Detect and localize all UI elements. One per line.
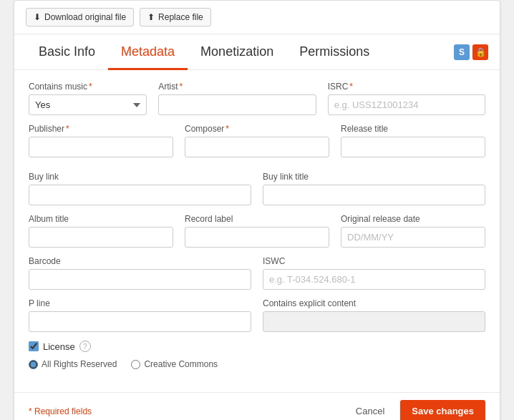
artist-input[interactable] [158,94,316,115]
release-title-label: Release title [341,124,485,134]
group-publisher: Publisher* [29,124,173,157]
barcode-input[interactable] [29,269,251,290]
contains-music-label: Contains music* [29,82,147,92]
creative-commons-label: Creative Commons [144,359,218,369]
buy-link-label: Buy link [29,172,251,182]
publisher-input[interactable] [29,137,173,157]
top-bar: ⬇ Download original file ⬆ Replace file [14,1,500,34]
buy-link-title-label: Buy link title [263,172,485,182]
group-album-title: Album title [29,214,173,248]
tab-monetization[interactable]: Monetization [188,34,286,70]
form-row-3: Buy link Buy link title Buy [29,172,485,205]
form-row-4: Album title Record label Original releas… [29,214,485,248]
original-release-date-label: Original release date [341,214,485,224]
group-p-line: P line [29,298,251,332]
album-title-input[interactable] [29,227,173,248]
tab-permissions[interactable]: Permissions [286,34,382,70]
composer-label: Composer* [185,124,329,134]
contains-music-select[interactable]: Yes No [29,94,147,115]
download-label: Download original file [44,12,126,22]
replace-icon: ⬆ [147,12,155,22]
isrc-input[interactable] [328,94,485,115]
download-button[interactable]: ⬇ Download original file [26,8,134,26]
footer-actions: Cancel Save changes [347,400,485,420]
p-line-input[interactable] [29,311,251,332]
group-original-release-date: Original release date [341,214,485,248]
all-rights-radio[interactable] [29,360,38,369]
form-body: Contains music* Yes No Artist* ISRC* [14,70,500,392]
artist-label: Artist* [158,82,316,92]
tab-badges: S 🔒 [454,44,488,60]
iswc-label: ISWC [263,256,485,266]
composer-input[interactable] [185,137,329,157]
group-isrc: ISRC* [328,82,485,115]
license-help-icon[interactable]: ? [79,341,91,352]
license-label[interactable]: License [43,341,75,352]
tabs-nav: Basic Info Metadata Monetization Permiss… [14,34,500,70]
cancel-button[interactable]: Cancel [347,401,393,420]
required-note: * Required fields [29,406,92,416]
download-icon: ⬇ [34,12,41,22]
buy-link-title-input[interactable]: Buy [263,185,485,205]
replace-label: Replace file [158,12,203,22]
tab-metadata[interactable]: Metadata [108,34,188,70]
group-composer: Composer* [185,124,329,157]
release-title-input[interactable] [341,137,485,157]
main-card: ⬇ Download original file ⬆ Replace file … [14,0,500,420]
group-explicit-content: Contains explicit content Yes No [263,298,485,332]
badge-s[interactable]: S [454,44,470,60]
explicit-content-wrapper: Yes No [263,311,485,332]
form-row-2: Publisher* Composer* Release title [29,124,485,157]
contains-music-wrapper: Yes No [29,94,147,115]
explicit-content-label: Contains explicit content [263,298,485,308]
iswc-input[interactable] [263,269,485,290]
publisher-label: Publisher* [29,124,173,134]
album-title-label: Album title [29,214,173,224]
p-line-label: P line [29,298,251,308]
explicit-content-select[interactable]: Yes No [263,311,485,332]
group-buy-link-title: Buy link title Buy [263,172,485,205]
record-label-label: Record label [185,214,329,224]
license-row: License ? [29,341,485,352]
group-barcode: Barcode [29,256,251,290]
form-row-1: Contains music* Yes No Artist* ISRC* [29,82,485,115]
save-button[interactable]: Save changes [400,400,485,420]
all-rights-option[interactable]: All Rights Reserved [29,359,117,369]
group-iswc: ISWC [263,256,485,290]
badge-lock[interactable]: 🔒 [472,44,488,60]
creative-commons-radio[interactable] [131,360,140,369]
form-row-5: Barcode ISWC [29,256,485,290]
form-row-6: P line Contains explicit content Yes No [29,298,485,332]
original-release-date-input[interactable] [341,227,485,248]
radio-row: All Rights Reserved Creative Commons [29,359,485,369]
isrc-label: ISRC* [328,82,485,92]
record-label-input[interactable] [185,227,329,248]
replace-button[interactable]: ⬆ Replace file [140,8,211,26]
tab-basic-info[interactable]: Basic Info [26,34,108,70]
license-checkbox[interactable] [29,341,39,351]
group-record-label: Record label [185,214,329,248]
creative-commons-option[interactable]: Creative Commons [131,359,218,369]
footer: * Required fields Cancel Save changes [14,392,500,420]
barcode-label: Barcode [29,256,251,266]
group-buy-link: Buy link [29,172,251,205]
buy-link-input[interactable] [29,185,251,205]
group-artist: Artist* [158,82,316,115]
group-release-title: Release title [341,124,485,157]
all-rights-label: All Rights Reserved [42,359,117,369]
group-contains-music: Contains music* Yes No [29,82,147,115]
